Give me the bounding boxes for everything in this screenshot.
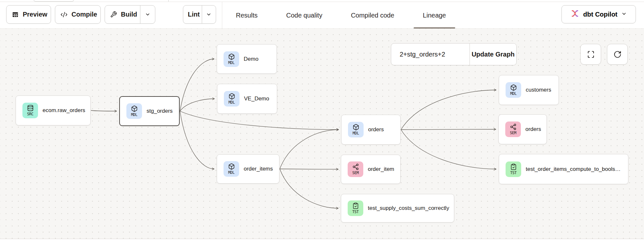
lineage-node-test_supply[interactable]: TSTtest_supply_costs_sum_correctly bbox=[341, 194, 454, 223]
node-label: test_order_items_compute_to_bools_c... bbox=[526, 166, 628, 173]
badge-label: MDL bbox=[228, 100, 235, 105]
maximize-icon bbox=[587, 50, 595, 58]
chevron-down-icon bbox=[621, 11, 627, 18]
badge-label: TST bbox=[352, 210, 359, 214]
build-split-button: Build bbox=[105, 5, 155, 24]
wrench-icon bbox=[110, 11, 117, 18]
cube-icon bbox=[228, 93, 235, 100]
lineage-edge bbox=[180, 59, 214, 111]
lineage-node-order_item_sem[interactable]: SEMorder_item bbox=[341, 155, 401, 184]
divider-tick bbox=[168, 0, 169, 2]
tab-code-quality[interactable]: Code quality bbox=[286, 2, 322, 29]
cube-icon bbox=[510, 84, 517, 91]
lineage-edge bbox=[91, 110, 117, 111]
badge-label: MDL bbox=[353, 131, 359, 135]
lineage-edge bbox=[280, 169, 338, 208]
mdl-badge: MDL bbox=[224, 51, 239, 67]
bottom-strip bbox=[0, 239, 644, 243]
preview-button[interactable]: Preview bbox=[6, 5, 51, 24]
node-label: orders bbox=[368, 126, 388, 133]
editor-tab-edge bbox=[33, 0, 74, 2]
lineage-edge bbox=[280, 169, 338, 169]
lineage-edges bbox=[0, 29, 644, 239]
sem-badge: SEM bbox=[505, 122, 521, 137]
tab-results[interactable]: Results bbox=[236, 2, 258, 29]
lineage-edge bbox=[280, 130, 339, 169]
lineage-node-order_items[interactable]: MDLorder_items bbox=[217, 154, 279, 184]
badge-label: MDL bbox=[131, 112, 137, 117]
lineage-node-orders_mdl[interactable]: MDLorders bbox=[341, 115, 401, 145]
cube-icon bbox=[228, 53, 235, 60]
database-icon bbox=[27, 105, 34, 111]
badge-label: MDL bbox=[228, 170, 235, 175]
node-label: orders bbox=[525, 126, 546, 133]
lint-button-label: Lint bbox=[188, 11, 200, 18]
badge-label: SEM bbox=[510, 131, 516, 135]
lineage-node-orders_sem[interactable]: SEMorders bbox=[498, 114, 547, 144]
refresh-icon bbox=[613, 50, 622, 58]
mdl-badge: MDL bbox=[224, 91, 239, 107]
node-label: VE_Demo bbox=[244, 96, 274, 102]
build-button[interactable]: Build bbox=[105, 6, 140, 23]
tst-badge: TST bbox=[506, 161, 521, 177]
lineage-node-demo[interactable]: MDLDemo bbox=[217, 44, 277, 74]
badge-label: MDL bbox=[228, 60, 235, 65]
dbt-copilot-button[interactable]: dbt Copilot bbox=[561, 5, 636, 23]
lineage-node-customers[interactable]: MDLcustomers bbox=[499, 75, 559, 105]
lineage-node-test_order_items[interactable]: TSTtest_order_items_compute_to_bools_c..… bbox=[499, 154, 628, 184]
update-graph-button[interactable]: Update Graph bbox=[470, 44, 516, 65]
build-button-label: Build bbox=[121, 11, 137, 18]
node-label: Demo bbox=[244, 56, 263, 62]
node-label: stg_orders bbox=[147, 108, 177, 114]
lineage-selector-input[interactable] bbox=[391, 44, 470, 65]
code-icon bbox=[60, 11, 68, 18]
copilot-button-label: dbt Copilot bbox=[583, 11, 618, 18]
table-icon bbox=[12, 11, 19, 18]
src-badge: SRC bbox=[22, 103, 38, 118]
mdl-badge: MDL bbox=[224, 161, 239, 177]
lint-dropdown-button[interactable] bbox=[202, 6, 216, 23]
lint-button[interactable]: Lint bbox=[183, 6, 202, 23]
sem-badge: SEM bbox=[348, 161, 363, 177]
badge-label: SRC bbox=[27, 112, 33, 116]
chevron-down-icon bbox=[145, 12, 150, 17]
lineage-canvas[interactable]: SRCecom.raw_ordersMDLstg_ordersMDLDemoMD… bbox=[0, 29, 644, 239]
toolbar-divider bbox=[222, 2, 222, 29]
badge-label: SEM bbox=[352, 171, 359, 175]
cube-icon bbox=[353, 124, 359, 131]
lineage-edge bbox=[180, 111, 339, 130]
mdl-badge: MDL bbox=[126, 103, 142, 119]
mdl-badge: MDL bbox=[506, 82, 521, 98]
tab-lineage[interactable]: Lineage bbox=[423, 2, 446, 29]
refresh-button[interactable] bbox=[607, 44, 628, 65]
lineage-edge bbox=[401, 130, 496, 169]
chevron-down-icon bbox=[206, 12, 212, 17]
compile-button-label: Compile bbox=[71, 11, 97, 18]
build-dropdown-button[interactable] bbox=[140, 6, 155, 23]
lineage-edge bbox=[180, 99, 214, 111]
compile-button[interactable]: Compile bbox=[55, 5, 101, 24]
node-label: ecom.raw_orders bbox=[43, 107, 90, 114]
node-label: order_items bbox=[244, 166, 277, 172]
node-label: test_supply_costs_sum_correctly bbox=[368, 205, 454, 211]
lineage-node-stg_orders[interactable]: MDLstg_orders bbox=[119, 96, 180, 126]
cube-icon bbox=[131, 105, 138, 112]
lineage-node-ve_demo[interactable]: MDLVE_Demo bbox=[217, 84, 277, 114]
lineage-node-src_raw_orders[interactable]: SRCecom.raw_orders bbox=[16, 96, 91, 125]
lineage-edge bbox=[401, 129, 496, 130]
node-label: order_item bbox=[368, 166, 399, 173]
lineage-edge bbox=[180, 111, 214, 169]
clipboard-check-icon bbox=[352, 202, 359, 209]
cube-icon bbox=[228, 163, 235, 170]
preview-button-label: Preview bbox=[23, 11, 47, 18]
toolbar: Preview Compile Build Lint bbox=[0, 2, 644, 29]
tab-compiled-code[interactable]: Compiled code bbox=[351, 2, 394, 29]
share-icon bbox=[510, 123, 517, 130]
fullscreen-button[interactable] bbox=[580, 44, 601, 65]
mdl-badge: MDL bbox=[348, 122, 364, 137]
share-icon bbox=[352, 163, 359, 170]
badge-label: MDL bbox=[510, 91, 517, 96]
node-label: customers bbox=[526, 87, 556, 93]
tst-badge: TST bbox=[348, 200, 363, 216]
lint-split-button: Lint bbox=[183, 5, 216, 24]
